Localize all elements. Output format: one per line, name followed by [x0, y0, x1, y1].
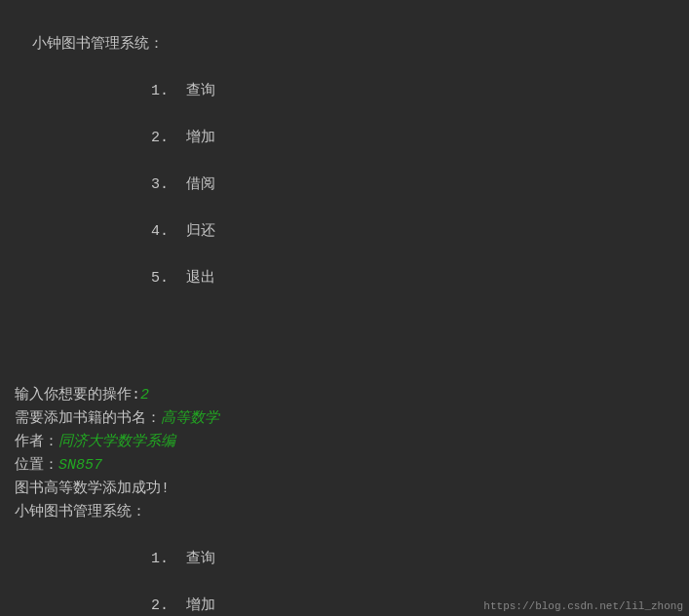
- menu-item-5: 5. 退出: [15, 267, 674, 290]
- user-input-1: 2: [140, 387, 149, 404]
- author-prompt: 作者：同济大学数学系编: [15, 434, 175, 450]
- input-prompt-1: 输入你想要的操作:2: [15, 387, 149, 404]
- menu-item-4: 4. 归还: [15, 220, 674, 244]
- blank-line-1: [15, 364, 23, 380]
- user-input-bookname: 高等数学: [161, 410, 219, 427]
- location-prompt: 位置：SN857: [15, 457, 102, 474]
- user-input-author: 同济大学数学系编: [58, 434, 175, 450]
- book-name-prompt: 需要添加书籍的书名：高等数学: [15, 410, 219, 427]
- user-input-location: SN857: [58, 457, 102, 474]
- terminal-output: 小钟图书管理系统： 1. 查询 2. 增加 3. 借阅 4. 归还 5. 退出 …: [15, 10, 674, 616]
- menu-list-1: 1. 查询 2. 增加 3. 借阅 4. 归还 5. 退出: [15, 80, 674, 333]
- menu-item-2: 2. 增加: [15, 127, 674, 150]
- footer-url: https://blog.csdn.net/lil_zhong: [483, 600, 683, 612]
- system-title-2: 小钟图书管理系统：: [15, 504, 146, 520]
- menu-item-3: 3. 借阅: [15, 173, 674, 197]
- menu-item-2-1: 1. 查询: [15, 548, 674, 571]
- add-success-msg: 图书高等数学添加成功!: [15, 481, 170, 497]
- system-title-1: 小钟图书管理系统: [32, 36, 149, 53]
- menu-item-1: 1. 查询: [15, 80, 674, 103]
